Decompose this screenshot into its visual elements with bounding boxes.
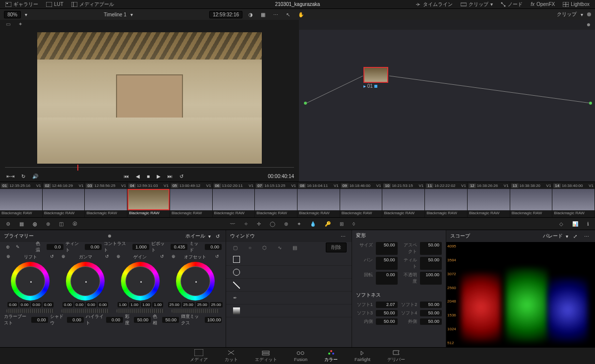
options-icon[interactable]: ⋯ bbox=[271, 11, 280, 18]
gain-wheel[interactable] bbox=[121, 262, 160, 301]
viewer-timecode[interactable]: 12:59:32:16 bbox=[209, 11, 242, 18]
lummix-value[interactable]: 100.00 bbox=[205, 317, 222, 323]
clip-thumb[interactable]: 0613:02:20:11V1Blackmagic RAW bbox=[213, 182, 255, 217]
sizing-icon[interactable]: ⊞ bbox=[338, 220, 346, 228]
scopes-icon[interactable]: 📊 bbox=[570, 220, 580, 228]
zoom-level[interactable]: 80% bbox=[4, 11, 21, 18]
nav-media[interactable]: メディア bbox=[190, 349, 208, 363]
wheel-target-icon[interactable]: ⊕ bbox=[172, 254, 176, 260]
reset-offset-icon[interactable]: ↺ bbox=[215, 254, 219, 260]
clip-thumb[interactable]: 1416:38:40:00V1Blackmagic RAW bbox=[552, 182, 595, 217]
offset-jog[interactable] bbox=[172, 309, 219, 313]
window-options-icon[interactable]: ⋯ bbox=[339, 233, 348, 240]
wheel-mode[interactable]: ホイール bbox=[185, 233, 205, 240]
clips-dropdown[interactable]: クリップ▾ bbox=[458, 0, 495, 8]
keyframe-icon[interactable]: ◇ bbox=[557, 220, 565, 228]
graph-input-anchor[interactable] bbox=[304, 102, 307, 105]
node-mode-dropdown-icon[interactable]: ▾ bbox=[581, 12, 583, 17]
gamma-component[interactable]: 0.00 bbox=[62, 302, 73, 307]
image-wipe-icon[interactable]: ▭ bbox=[4, 20, 12, 28]
add-gradient-icon[interactable]: ▤ bbox=[291, 244, 299, 251]
gain-component[interactable]: 1.00 bbox=[152, 302, 163, 307]
lift-jog[interactable] bbox=[6, 309, 54, 313]
info-icon[interactable]: ℹ bbox=[585, 220, 591, 228]
highlight-value[interactable]: 0.00 bbox=[106, 317, 123, 323]
wheel-target-icon[interactable]: ⊕ bbox=[117, 254, 120, 260]
wheel-mode-dropdown-icon[interactable]: ▾ bbox=[208, 234, 211, 239]
clip-thumb[interactable]: 0412:59:31:03V1Blackmagic RAW bbox=[127, 182, 170, 217]
key-icon[interactable]: 🔑 bbox=[323, 220, 333, 228]
lift-component[interactable]: 0.00 bbox=[31, 302, 42, 307]
3d-icon[interactable]: ◊ bbox=[351, 220, 357, 228]
play-icon[interactable]: ▶ bbox=[155, 173, 162, 180]
colorchecker-icon[interactable]: ▦ bbox=[17, 220, 26, 228]
clip-thumb[interactable]: 0513:00:49:12V1Blackmagic RAW bbox=[170, 182, 213, 217]
lightbox-tab[interactable]: Lightbox bbox=[560, 0, 592, 8]
curves-icon[interactable]: 〰 bbox=[228, 220, 237, 228]
pan-value[interactable]: 50.00 bbox=[376, 257, 398, 270]
rgb-mixer-icon[interactable]: ◫ bbox=[57, 220, 65, 228]
lift-component[interactable]: 0.00 bbox=[7, 302, 18, 307]
shape-line[interactable] bbox=[226, 279, 352, 292]
tracker-icon[interactable]: ⊕ bbox=[282, 220, 290, 228]
lift-component[interactable]: 0.00 bbox=[43, 302, 54, 307]
shape-pen[interactable]: ✒ bbox=[226, 292, 352, 304]
inside-value[interactable]: 50.00 bbox=[376, 318, 398, 325]
scope-mode[interactable]: パレード bbox=[543, 233, 563, 240]
viewer-scrubber[interactable] bbox=[5, 166, 294, 170]
offset-component[interactable]: 25.00 bbox=[168, 302, 181, 307]
nav-fairlight[interactable]: Fairlight bbox=[355, 350, 370, 362]
qualifier-icon[interactable]: ✛ bbox=[255, 220, 263, 228]
lut-tab[interactable]: LUT bbox=[44, 0, 66, 8]
node-graph[interactable]: ▸ 01 bbox=[299, 20, 595, 182]
clip-thumb[interactable]: 1216:38:26:26V1Blackmagic RAW bbox=[468, 182, 510, 217]
clip-thumb[interactable]: 0112:35:25:16V1Blackmagic RAW bbox=[0, 182, 43, 217]
offset-component[interactable]: 25.00 bbox=[196, 302, 209, 307]
gamma-wheel[interactable] bbox=[66, 262, 105, 301]
gain-component[interactable]: 1.00 bbox=[118, 302, 128, 307]
scope-mode-dropdown-icon[interactable]: ▾ bbox=[566, 234, 568, 239]
scope-options-icon[interactable]: ⋯ bbox=[582, 233, 591, 240]
highlight-mode-icon[interactable]: ✦ bbox=[16, 20, 24, 28]
loop-play-icon[interactable]: ↺ bbox=[178, 173, 185, 180]
add-circle-icon[interactable]: ○ bbox=[246, 244, 253, 251]
soft4-value[interactable]: 50.00 bbox=[420, 310, 442, 316]
corrector-node[interactable] bbox=[363, 67, 388, 83]
window-icon[interactable]: ◯ bbox=[268, 220, 277, 228]
pivot-value[interactable]: 0.435 bbox=[171, 244, 187, 250]
reset-lift-icon[interactable]: ↺ bbox=[50, 254, 54, 260]
node-toggle[interactable]: ノード bbox=[498, 0, 525, 8]
nav-cut[interactable]: カット bbox=[225, 349, 238, 363]
shape-square[interactable] bbox=[226, 253, 352, 266]
offset-component[interactable]: 25.00 bbox=[210, 302, 223, 307]
grid-icon[interactable]: ▦ bbox=[259, 11, 267, 18]
hue-value[interactable]: 50.00 bbox=[162, 317, 179, 323]
hand-tool-icon[interactable]: ✋ bbox=[296, 11, 306, 18]
mute-icon[interactable]: 🔊 bbox=[31, 173, 40, 180]
mid-value[interactable]: 0.00 bbox=[205, 244, 222, 250]
gain-component[interactable]: 1.00 bbox=[141, 302, 152, 307]
clip-thumb[interactable]: 0716:15:13:25V1Blackmagic RAW bbox=[255, 182, 298, 217]
motion-icon[interactable]: ⦿ bbox=[70, 220, 79, 228]
timeline-toggle[interactable]: タイムライン bbox=[413, 0, 455, 8]
clip-thumb[interactable]: 1116:22:22:02V1Blackmagic RAW bbox=[425, 182, 468, 217]
add-poly-icon[interactable]: ⬡ bbox=[260, 244, 269, 251]
shape-circle[interactable] bbox=[226, 266, 352, 279]
timeline-name[interactable]: Timeline 1 bbox=[104, 12, 126, 17]
reset-gamma-icon[interactable]: ↺ bbox=[105, 254, 109, 260]
gamma-component[interactable]: 0.00 bbox=[86, 302, 97, 307]
raw-icon[interactable]: ⚙ bbox=[4, 220, 12, 228]
nav-fusion[interactable]: Fusion bbox=[294, 350, 307, 362]
gain-component[interactable]: 1.00 bbox=[129, 302, 140, 307]
clip-thumb[interactable]: 0312:58:56:25V1Blackmagic RAW bbox=[85, 182, 127, 217]
add-square-icon[interactable]: ▢ bbox=[231, 244, 239, 251]
shape-gradient[interactable] bbox=[226, 304, 352, 317]
gamma-component[interactable]: 0.00 bbox=[74, 302, 85, 307]
lift-component[interactable]: 0.00 bbox=[19, 302, 30, 307]
inout-icon[interactable]: ⇤⇥ bbox=[5, 173, 16, 180]
nav-edit[interactable]: エディット bbox=[255, 349, 277, 363]
lift-wheel[interactable] bbox=[11, 262, 50, 301]
clip-thumb[interactable]: 1316:38:38:20V1Blackmagic RAW bbox=[510, 182, 553, 217]
rotate-value[interactable]: 0.00 bbox=[376, 272, 398, 285]
soft2-value[interactable]: 50.00 bbox=[420, 302, 442, 308]
